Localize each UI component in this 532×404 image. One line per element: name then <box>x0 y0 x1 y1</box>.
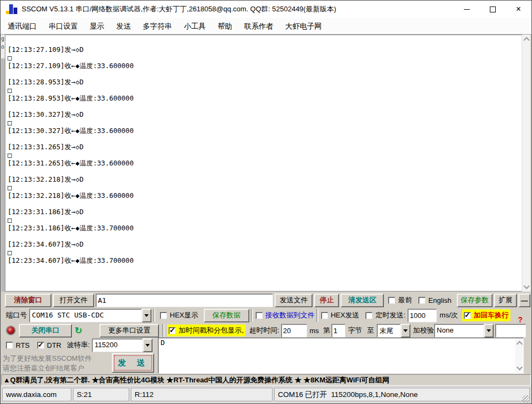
hex-send-checkbox[interactable]: HEX发送 <box>321 310 360 320</box>
maximize-button[interactable] <box>480 1 506 18</box>
timestamp-packet-checkbox[interactable]: 加时间戳和分包显示, <box>167 324 245 336</box>
timeout-input[interactable] <box>281 324 307 337</box>
checkbox-icon <box>365 312 373 319</box>
open-file-button[interactable]: 打开文件 <box>53 294 94 307</box>
menu-item[interactable]: 多字符串 <box>137 18 178 34</box>
checksum-select-value: None <box>434 324 484 337</box>
window-title: SSCOM V5.13.1 串口/网络数据调试器,作者:大虾丁丁,2618058… <box>22 4 336 14</box>
status-segment: R:112 <box>131 388 272 401</box>
send-button[interactable]: 发 送 <box>112 353 154 373</box>
clear-send-area-button[interactable]: 清发送区 <box>341 294 384 307</box>
terminal-line: [12:23:31.186]收←◆温度:33.700000 <box>8 224 523 232</box>
menu-item[interactable]: 帮助 <box>212 18 238 34</box>
collapse-button[interactable]: — <box>518 294 530 307</box>
nth-byte-input[interactable] <box>331 324 345 337</box>
divider <box>153 309 155 322</box>
checkbox-icon <box>256 312 263 319</box>
checksum-select-arrow[interactable] <box>484 324 494 337</box>
port-select-arrow[interactable] <box>142 309 151 322</box>
menu-item[interactable]: 显示 <box>84 18 110 34</box>
send-file-button[interactable]: 发送文件 <box>275 294 312 307</box>
refresh-ports-icon[interactable]: ↻ <box>75 326 82 335</box>
menu-item[interactable]: 发送 <box>110 18 137 34</box>
append-crlf-checkbox[interactable]: 加回车换行 <box>462 309 510 321</box>
menu-item[interactable]: 串口设置 <box>43 18 84 34</box>
terminal-line: □ <box>8 183 523 191</box>
timed-send-checkbox[interactable]: 定时发送: <box>365 310 405 320</box>
port-status-led-icon <box>6 326 16 335</box>
terminal-line: [12:13:31.265]收←◆温度:33.600000 <box>8 159 523 167</box>
send-area-scrollbar[interactable] <box>515 339 523 373</box>
terminal-line: [12:13:32.218]发→◇D <box>8 175 523 183</box>
artifact-glyph: o <box>1 43 5 51</box>
checksum-extra-field[interactable] <box>495 324 526 337</box>
terminal-line <box>8 232 523 240</box>
terminal-line: □ <box>8 248 523 256</box>
help-icon[interactable]: ? <box>518 315 523 324</box>
more-port-settings-button[interactable]: 更多串口设置 <box>99 324 159 337</box>
chevron-down-icon <box>145 344 150 349</box>
resize-grip[interactable] <box>522 395 530 403</box>
send-area: D <box>158 337 524 374</box>
divider <box>162 324 164 337</box>
terminal-line: □ <box>8 118 523 127</box>
clear-window-button[interactable]: 清除窗口 <box>5 294 51 307</box>
app-icon <box>5 4 17 14</box>
app-window: SSCOM V5.13.1 串口/网络数据调试器,作者:大虾丁丁,2618058… <box>0 0 532 404</box>
terminal-line: [12:23:34.607]发→◇D <box>8 240 523 248</box>
terminal-line: [12:23:31.186]发→◇D <box>8 208 523 216</box>
menu-item[interactable]: 大虾电子网 <box>280 18 328 34</box>
checkbox-icon <box>37 342 44 349</box>
english-checkbox[interactable]: English <box>418 296 451 304</box>
chevron-down-icon <box>403 329 408 334</box>
close-button[interactable]: × <box>506 1 531 18</box>
terminal-line <box>8 167 523 175</box>
minimize-button[interactable] <box>454 1 480 18</box>
timed-interval-input[interactable] <box>408 309 437 322</box>
save-data-button[interactable]: 保存数据 <box>204 309 249 322</box>
topmost-checkbox[interactable]: 最前 <box>388 295 412 305</box>
terminal-line: □ <box>8 86 523 94</box>
status-segment: www.daxia.com <box>2 388 71 401</box>
filename-input[interactable] <box>96 294 273 307</box>
to-select[interactable]: 末尾 <box>377 324 410 337</box>
terminal-line: □ <box>8 151 523 159</box>
baud-select-arrow[interactable] <box>143 339 152 352</box>
terminal-line: [12:13:32.218]收←◆温度:33.600000 <box>8 191 523 200</box>
receive-to-file-checkbox[interactable]: 接收数据到文件 <box>256 310 315 320</box>
menu-item[interactable]: 通讯端口 <box>2 18 43 34</box>
terminal-line: [12:13:27.109]收←◆温度:33.600000 <box>8 62 523 70</box>
background-window-sliver: go <box>1 35 5 292</box>
extend-button[interactable]: 扩展 <box>494 294 517 307</box>
port-select[interactable]: COM16 STC USB-CDC <box>29 309 151 322</box>
to-select-value: 末尾 <box>377 324 401 337</box>
checkbox-icon <box>321 312 328 319</box>
scroll-up-icon[interactable] <box>523 37 529 43</box>
divider <box>316 309 318 322</box>
receive-terminal[interactable]: [12:13:27.109]发→◇D□[12:13:27.109]收←◆温度:3… <box>5 35 523 292</box>
baud-select[interactable]: 115200 <box>92 339 152 352</box>
promo-text: 为了更好地发展SSCOM软件 请您注册嘉立创F结尾客户 <box>3 354 92 373</box>
checksum-select[interactable]: None <box>434 324 494 337</box>
menu-item[interactable]: 小工具 <box>178 18 212 34</box>
hex-display-checkbox[interactable]: HEX显示 <box>160 310 198 320</box>
to-select-arrow[interactable] <box>401 324 410 337</box>
terminal-line <box>8 102 523 110</box>
dtr-checkbox[interactable]: DTR <box>37 341 62 349</box>
stop-button[interactable]: 停止 <box>314 294 339 307</box>
terminal-text: [12:13:27.109]发→◇D□[12:13:27.109]收←◆温度:3… <box>5 35 523 264</box>
menu-item[interactable]: 联系作者 <box>238 18 280 34</box>
terminal-line: [12:13:30.327]发→◇D <box>8 110 523 118</box>
terminal-line: [12:13:30.327]收←◆温度:33.600000 <box>8 127 523 135</box>
terminal-scrollbar[interactable] <box>522 35 530 292</box>
scroll-up-icon[interactable] <box>516 341 522 347</box>
rts-checkbox[interactable]: RTS <box>6 341 30 349</box>
save-params-button[interactable]: 保存参数 <box>457 294 493 307</box>
scroll-down-icon[interactable] <box>516 364 522 370</box>
send-text-input[interactable]: D <box>159 339 516 372</box>
toolbar-row-1: 清除窗口 打开文件 发送文件 停止 清发送区 最前 English 保存参数 扩… <box>2 293 530 307</box>
baud-select-value: 115200 <box>92 339 143 352</box>
close-port-button[interactable]: 关闭串口 <box>19 324 72 337</box>
minimize-icon <box>464 9 470 10</box>
scroll-down-icon[interactable] <box>523 283 529 289</box>
